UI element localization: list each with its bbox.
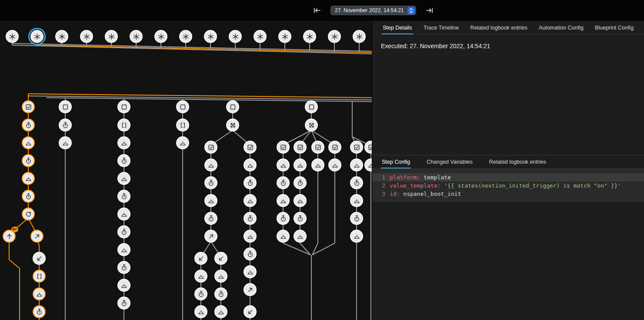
trigger-node[interactable] <box>353 30 366 43</box>
service-node[interactable] <box>117 172 130 185</box>
delay-node[interactable] <box>22 190 35 203</box>
delay-node[interactable] <box>244 212 257 225</box>
delay-node[interactable] <box>59 119 72 132</box>
arrow-ne-node[interactable] <box>30 230 43 243</box>
code-line[interactable]: 1platform: template <box>372 173 644 181</box>
trigger-node[interactable] <box>80 30 93 43</box>
condition-node[interactable] <box>350 141 363 154</box>
service-node[interactable] <box>59 136 72 149</box>
service-node[interactable] <box>214 270 227 283</box>
arrow-sw-node[interactable] <box>214 252 227 265</box>
delay-node[interactable] <box>350 212 363 225</box>
trigger-node[interactable] <box>55 30 68 43</box>
tab-blueprint-config[interactable]: Blueprint Config <box>594 21 634 34</box>
trigger-node[interactable] <box>30 30 43 43</box>
choose-node[interactable] <box>226 119 239 132</box>
delay-node[interactable] <box>117 297 130 310</box>
delay-node[interactable] <box>117 154 130 167</box>
arrow-up-node[interactable]: 9+ <box>3 230 16 243</box>
delay-node[interactable] <box>244 176 257 189</box>
tab-trace-timeline[interactable]: Trace Timeline <box>423 21 460 34</box>
service-node[interactable] <box>350 158 363 172</box>
service-node[interactable] <box>214 305 227 318</box>
service-node[interactable] <box>117 279 130 292</box>
service-node[interactable] <box>194 270 207 283</box>
brackets-node[interactable] <box>33 270 46 283</box>
arrow-ne-node[interactable] <box>244 283 257 296</box>
delay-node[interactable] <box>204 212 217 225</box>
delay-node[interactable] <box>117 261 130 274</box>
trigger-node[interactable] <box>204 30 217 43</box>
trigger-node[interactable] <box>229 30 242 43</box>
condition-empty-node[interactable] <box>59 100 72 113</box>
arrow-sw-node[interactable] <box>33 252 46 265</box>
service-node[interactable] <box>33 287 46 300</box>
service-node[interactable] <box>244 158 257 172</box>
delay-node[interactable] <box>117 190 130 203</box>
service-node[interactable] <box>294 194 307 207</box>
next-trace-button[interactable] <box>425 6 434 15</box>
trigger-node[interactable] <box>130 30 143 43</box>
trigger-node[interactable] <box>105 30 118 43</box>
service-node[interactable] <box>294 230 307 243</box>
service-node[interactable] <box>244 265 257 278</box>
condition-empty-node[interactable] <box>305 100 318 113</box>
delay-node[interactable] <box>244 247 257 261</box>
condition-node[interactable] <box>294 141 307 154</box>
choose-node[interactable] <box>305 119 318 132</box>
condition-node[interactable] <box>244 141 257 154</box>
service-node[interactable] <box>277 194 290 207</box>
condition-node[interactable] <box>311 141 324 154</box>
service-node[interactable] <box>277 158 290 172</box>
service-node[interactable] <box>244 230 257 243</box>
condition-node[interactable] <box>277 141 290 154</box>
service-node[interactable] <box>22 136 35 149</box>
brackets-node[interactable] <box>117 119 130 132</box>
delay-node[interactable] <box>277 176 290 189</box>
service-node[interactable] <box>176 136 189 149</box>
service-node[interactable] <box>294 158 307 172</box>
trigger-node[interactable] <box>328 30 341 43</box>
trace-date-select[interactable]: 27. November 2022, 14:54:21 <box>330 6 416 15</box>
condition-node[interactable] <box>22 100 35 113</box>
trigger-node[interactable] <box>6 30 19 43</box>
arrow-sw-node[interactable] <box>244 305 257 318</box>
service-node[interactable] <box>204 158 217 172</box>
delay-node[interactable] <box>277 212 290 225</box>
code-line[interactable]: 3id: nspanel_boot_init <box>372 190 644 198</box>
trigger-node[interactable] <box>154 30 167 43</box>
delay-node[interactable] <box>22 119 35 132</box>
repeat-node[interactable] <box>22 208 35 221</box>
condition-node[interactable] <box>204 141 217 154</box>
delay-node[interactable] <box>117 225 130 238</box>
trigger-node[interactable] <box>254 30 267 43</box>
delay-node[interactable] <box>204 176 217 189</box>
service-node[interactable] <box>311 158 324 172</box>
service-node[interactable] <box>204 194 217 207</box>
previous-trace-button[interactable] <box>312 6 322 15</box>
arrow-ne-node[interactable] <box>204 230 217 243</box>
service-node[interactable] <box>350 194 363 207</box>
delay-node[interactable] <box>214 287 227 300</box>
tab-step-config[interactable]: Step Config <box>381 155 411 168</box>
delay-node[interactable] <box>194 287 207 300</box>
brackets-node[interactable] <box>176 119 189 132</box>
condition-empty-node[interactable] <box>117 100 130 113</box>
tab-step-details[interactable]: Step Details <box>382 21 413 34</box>
service-node[interactable] <box>117 243 130 256</box>
service-node[interactable] <box>244 194 257 207</box>
trigger-node[interactable] <box>303 30 316 43</box>
service-node[interactable] <box>22 172 35 185</box>
delay-node[interactable] <box>22 154 35 167</box>
service-node[interactable] <box>328 158 341 172</box>
arrow-sw-node[interactable] <box>194 252 207 265</box>
tab-automation-config[interactable]: Automation Config <box>538 21 584 34</box>
service-node[interactable] <box>117 208 130 221</box>
delay-node[interactable] <box>294 176 307 189</box>
delay-node[interactable] <box>33 305 46 318</box>
tab-related-logbook-entries[interactable]: Related logbook entries <box>488 155 547 168</box>
tab-related-logbook-entries[interactable]: Related logbook entries <box>469 21 528 34</box>
condition-empty-node[interactable] <box>226 100 239 113</box>
code-line[interactable]: 2value_template: '{{ states(nextion_init… <box>372 181 644 190</box>
service-node[interactable] <box>194 305 207 318</box>
